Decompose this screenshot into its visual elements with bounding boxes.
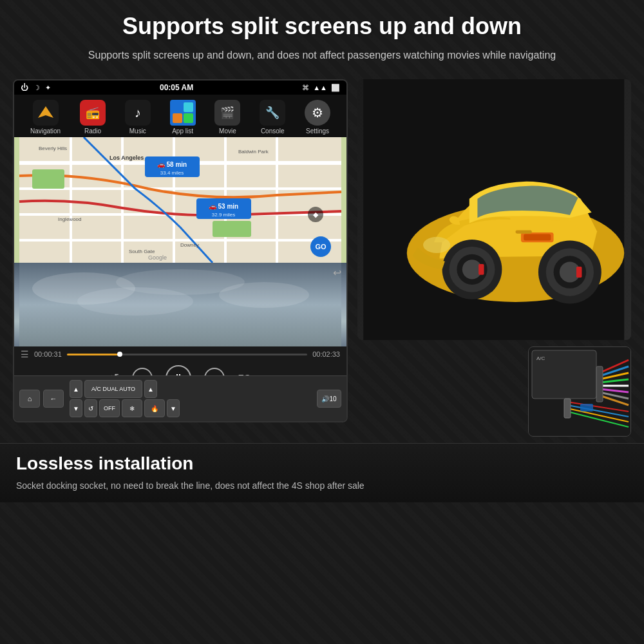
grid-cell-2 bbox=[184, 102, 193, 112]
music-icon-box: ♪ bbox=[125, 100, 151, 126]
svg-text:33.4 miles: 33.4 miles bbox=[160, 170, 184, 176]
app-icon-navigation[interactable]: Navigation bbox=[30, 100, 61, 135]
app-icon-applist[interactable]: App list bbox=[170, 100, 196, 135]
map-view: 🚗 58 min 33.4 miles 🚗 53 min 32.9 miles … bbox=[14, 137, 346, 263]
volume-button[interactable]: 🔊 10 bbox=[317, 390, 341, 408]
music-label: Music bbox=[129, 128, 146, 135]
svg-text:GO: GO bbox=[315, 243, 327, 251]
svg-point-33 bbox=[219, 282, 309, 308]
wifi-icon: ▲▲ bbox=[313, 84, 327, 91]
app-icon-music[interactable]: ♪ Music bbox=[125, 100, 151, 135]
app-icon-movie[interactable]: 🎬 Movie bbox=[214, 100, 240, 135]
svg-rect-67 bbox=[564, 399, 571, 418]
grid-cell-4 bbox=[184, 113, 193, 123]
console-symbol: 🔧 bbox=[265, 106, 279, 120]
progress-fill bbox=[67, 354, 120, 355]
radio-icon-box: 📻 bbox=[80, 100, 106, 126]
status-time: 00:05 AM bbox=[160, 83, 193, 92]
wire-harness: A/C bbox=[528, 346, 631, 437]
nav-svg-icon bbox=[37, 104, 55, 122]
ac-controls: A/C DUAL AUTO bbox=[84, 380, 142, 398]
power-icon: ⏻ bbox=[21, 83, 28, 92]
svg-rect-11 bbox=[32, 169, 64, 189]
nav-icon-box bbox=[33, 100, 59, 126]
ac-label: A/C DUAL AUTO bbox=[91, 386, 135, 392]
usb-icon: ⌘ bbox=[302, 84, 309, 92]
svg-point-50 bbox=[423, 237, 450, 253]
app-icon-console[interactable]: 🔧 Console bbox=[260, 100, 285, 135]
app-icon-radio[interactable]: 📻 Radio bbox=[80, 100, 106, 135]
svg-rect-48 bbox=[524, 234, 551, 240]
media-bg-svg bbox=[14, 263, 346, 346]
wire-harness-svg: A/C bbox=[529, 347, 631, 437]
svg-text:Downey: Downey bbox=[180, 242, 199, 248]
main-area: ⏻ ☽ ✦ 00:05 AM ⌘ ▲▲ ⬜ bbox=[0, 70, 644, 443]
status-right: ⌘ ▲▲ ⬜ bbox=[302, 84, 340, 92]
svg-text:🚗 53 min: 🚗 53 min bbox=[209, 202, 238, 211]
temp-down-button[interactable]: ▼ bbox=[167, 399, 180, 417]
app-icon-settings[interactable]: ⚙ Settings bbox=[305, 100, 330, 135]
svg-rect-45 bbox=[478, 264, 484, 275]
subtitle: Supports split screens up and down, and … bbox=[52, 48, 592, 63]
applist-label: App list bbox=[172, 128, 193, 135]
svg-text:Baldwin Park: Baldwin Park bbox=[238, 149, 269, 155]
settings-icon-box: ⚙ bbox=[305, 100, 330, 126]
back-phys-button[interactable]: ← bbox=[43, 390, 64, 408]
radio-symbol: 📻 bbox=[86, 106, 100, 120]
page-content: Supports split screens up and down Suppo… bbox=[0, 0, 644, 644]
movie-icon-box: 🎬 bbox=[214, 100, 240, 126]
svg-text:🚗 58 min: 🚗 58 min bbox=[157, 160, 187, 169]
svg-rect-46 bbox=[576, 267, 582, 278]
shuffle-icon[interactable]: ↺ bbox=[109, 371, 119, 375]
settings-label: Settings bbox=[306, 128, 329, 135]
app-icons-bar: Navigation 📻 Radio ♪ Music bbox=[14, 95, 346, 137]
time-total: 00:02:33 bbox=[312, 350, 340, 358]
media-controls-bar: ☰ 00:00:31 00:02:33 bbox=[14, 346, 346, 362]
svg-marker-0 bbox=[38, 106, 53, 118]
radio-label: Radio bbox=[84, 128, 101, 135]
settings-symbol: ⚙ bbox=[312, 105, 323, 120]
temp-up-button[interactable]: ▲ bbox=[144, 380, 157, 398]
head-unit: ⏻ ☽ ✦ 00:05 AM ⌘ ▲▲ ⬜ bbox=[13, 79, 348, 422]
movie-symbol: 🎬 bbox=[220, 106, 234, 120]
eq-icon[interactable]: EQ bbox=[238, 373, 251, 375]
nav-label: Navigation bbox=[30, 128, 61, 135]
car-svg bbox=[357, 79, 631, 340]
svg-rect-49 bbox=[515, 231, 531, 234]
svg-rect-62 bbox=[596, 366, 603, 402]
svg-text:Los Angeles: Los Angeles bbox=[109, 155, 144, 161]
off-button[interactable]: OFF bbox=[99, 399, 120, 417]
svg-point-34 bbox=[77, 287, 193, 316]
volume-level: 10 bbox=[329, 395, 336, 402]
moon-icon: ☽ bbox=[33, 84, 40, 92]
playlist-icon[interactable]: ☰ bbox=[21, 349, 29, 359]
media-background: ↩ bbox=[14, 263, 346, 346]
bottom-section: Lossless installation Socket docking soc… bbox=[0, 443, 644, 502]
progress-bar[interactable] bbox=[67, 354, 307, 355]
main-title: Supports split screens up and down bbox=[52, 13, 592, 40]
media-player: ↩ ☰ 00:00:31 00:02:33 ↺ bbox=[14, 263, 346, 375]
fan-down-button[interactable]: ▼ bbox=[70, 399, 82, 417]
prev-button[interactable]: ⏮ bbox=[132, 368, 153, 375]
svg-text:A/C: A/C bbox=[536, 355, 545, 361]
rear-defrost-button[interactable]: 🔥 bbox=[144, 399, 165, 417]
svg-text:Beverly Hills: Beverly Hills bbox=[39, 146, 67, 151]
car-image bbox=[357, 79, 631, 340]
next-button[interactable]: ⏭ bbox=[204, 368, 225, 375]
applist-icon-box bbox=[170, 100, 196, 126]
defrost-button[interactable]: ❄ bbox=[122, 399, 142, 417]
map-svg: 🚗 58 min 33.4 miles 🚗 53 min 32.9 miles … bbox=[14, 137, 346, 263]
pause-button[interactable]: ⏸ bbox=[166, 365, 191, 375]
undo-icon[interactable]: ↩ bbox=[333, 267, 341, 279]
progress-dot bbox=[117, 352, 122, 357]
svg-text:South Gate: South Gate bbox=[129, 249, 155, 254]
recirculate-button[interactable]: ↺ bbox=[84, 399, 97, 417]
left-panel: ⏻ ☽ ✦ 00:05 AM ⌘ ▲▲ ⬜ bbox=[13, 79, 348, 437]
fan-up-button[interactable]: ▲ bbox=[70, 380, 82, 398]
status-left: ⏻ ☽ ✦ bbox=[21, 83, 51, 92]
svg-text:Inglewood: Inglewood bbox=[58, 216, 81, 222]
lossless-title: Lossless installation bbox=[16, 453, 628, 474]
svg-text:Google: Google bbox=[148, 254, 167, 261]
home-phys-button[interactable]: ⌂ bbox=[19, 390, 40, 408]
header-section: Supports split screens up and down Suppo… bbox=[0, 0, 644, 70]
